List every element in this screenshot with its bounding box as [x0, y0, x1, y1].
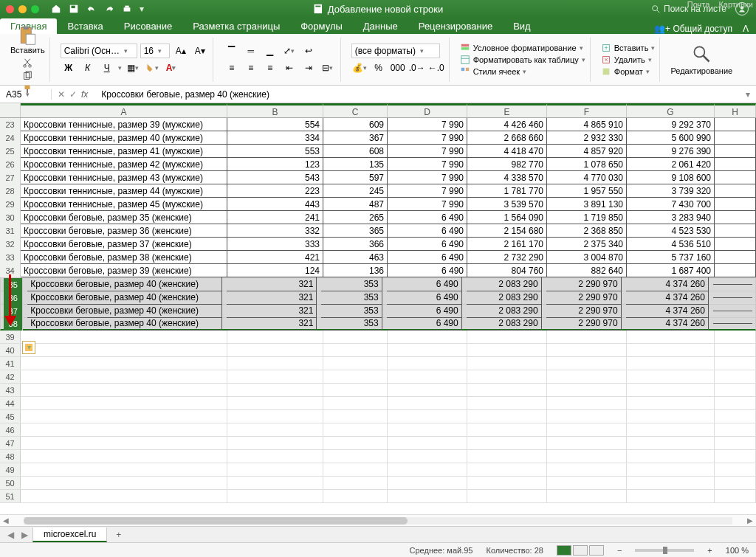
cell[interactable] [467, 463, 547, 476]
insert-options-smarttag[interactable]: ▾ [22, 341, 35, 354]
table-row[interactable]: 42 [0, 370, 756, 384]
cell[interactable] [227, 357, 323, 370]
shrink-font-icon[interactable]: A▾ [192, 44, 208, 58]
table-row[interactable]: 31Кроссовки беговые, размер 36 (женские)… [0, 224, 756, 238]
cell[interactable]: 3 539 570 [467, 198, 547, 211]
cell[interactable] [388, 344, 467, 356]
cell[interactable]: 2 061 420 [627, 158, 715, 171]
table-row[interactable]: 50 [0, 477, 756, 490]
cell[interactable]: 4 865 910 [547, 118, 627, 131]
ribbon-tab-5[interactable]: Данные [353, 18, 408, 34]
cell[interactable] [21, 357, 227, 370]
align-bottom-icon[interactable]: ▁ [262, 44, 278, 58]
cell[interactable]: 4 857 920 [547, 145, 627, 158]
cell[interactable]: 6 490 [387, 291, 462, 305]
cell[interactable] [715, 118, 756, 131]
table-row[interactable]: 40 [0, 344, 756, 357]
redo-icon[interactable] [104, 4, 114, 14]
cell[interactable] [715, 477, 756, 489]
row-header[interactable]: 28 [0, 184, 21, 198]
ribbon-collapse-icon[interactable]: ᐱ [743, 24, 749, 34]
cell[interactable]: 245 [323, 184, 388, 198]
table-row[interactable]: 26Кроссовки теннисные, размер 42 (мужски… [0, 158, 756, 171]
cell[interactable]: 265 [323, 211, 388, 224]
table-row[interactable]: 51 [0, 490, 756, 503]
cell[interactable] [627, 437, 715, 449]
page-break-view-icon[interactable] [589, 545, 604, 556]
cut-icon[interactable] [22, 58, 32, 68]
table-row[interactable]: 36Кроссовки беговые, размер 40 (женские)… [0, 291, 756, 304]
fx-icon[interactable]: fx [81, 89, 88, 100]
cell[interactable] [715, 410, 756, 423]
cell[interactable]: 1 564 090 [467, 211, 547, 224]
cell[interactable]: 597 [323, 171, 388, 184]
cell[interactable] [715, 437, 756, 449]
table-row[interactable]: 43 [0, 384, 756, 397]
grow-font-icon[interactable]: A▴ [173, 44, 189, 58]
table-row[interactable]: 27Кроссовки теннисные, размер 43 (мужски… [0, 171, 756, 184]
cell[interactable]: 7 990 [388, 184, 467, 198]
ribbon-tab-7[interactable]: Вид [503, 18, 541, 34]
cell[interactable] [627, 490, 715, 502]
cell[interactable] [467, 357, 547, 370]
table-row[interactable]: 34Кроссовки беговые, размер 39 (женские)… [0, 264, 756, 277]
cell[interactable]: 2 161 170 [467, 238, 547, 251]
cell[interactable]: 2 154 680 [467, 224, 547, 238]
cell[interactable]: Кроссовки беговые, размер 40 (женские) [27, 316, 221, 331]
cell[interactable]: Кроссовки беговые, размер 38 (женские) [21, 251, 227, 264]
cell[interactable]: 554 [227, 118, 323, 131]
cell[interactable]: Кроссовки теннисные, размер 43 (мужские) [21, 171, 227, 184]
cell[interactable]: Кроссовки беговые, размер 36 (женские) [21, 224, 227, 238]
cell[interactable]: 882 640 [547, 264, 627, 277]
ribbon-tab-3[interactable]: Разметка страницы [182, 18, 290, 34]
bold-button[interactable]: Ж [61, 60, 77, 75]
increase-indent-icon[interactable]: ⇥ [300, 60, 317, 75]
cell[interactable]: 3 283 940 [627, 211, 715, 224]
cell[interactable]: Кроссовки теннисные, размер 44 (мужские) [21, 184, 227, 198]
cell[interactable] [715, 238, 756, 251]
cell[interactable] [715, 145, 756, 158]
cell[interactable] [547, 357, 627, 370]
row-header[interactable]: 24 [0, 131, 21, 145]
cell[interactable] [715, 158, 756, 171]
cell[interactable]: 9 108 600 [627, 171, 715, 184]
cell[interactable] [323, 423, 388, 436]
currency-icon[interactable]: 💰▾ [351, 60, 368, 75]
table-row[interactable]: 47 [0, 437, 756, 450]
home-icon[interactable] [51, 4, 61, 14]
cell[interactable]: 135 [323, 158, 388, 171]
cell[interactable] [715, 370, 756, 383]
cell[interactable]: 4 523 530 [627, 224, 715, 238]
row-header[interactable]: 25 [0, 145, 21, 158]
top-link-mail[interactable]: Почта [687, 0, 710, 9]
sheet-nav-prev-icon[interactable]: ◀ [4, 530, 17, 540]
table-row[interactable]: 41 [0, 357, 756, 370]
cell[interactable]: 4 374 260 [626, 316, 709, 331]
cell[interactable] [227, 423, 323, 436]
cell[interactable] [627, 370, 715, 383]
cell[interactable]: 6 490 [387, 316, 462, 331]
ribbon-tab-4[interactable]: Формулы [290, 18, 353, 34]
cell[interactable]: 463 [323, 251, 388, 264]
add-sheet-button[interactable]: + [109, 528, 128, 542]
hscroll-thumb[interactable] [24, 517, 408, 525]
align-top-icon[interactable]: ▔ [224, 44, 240, 58]
cell[interactable]: 123 [227, 158, 323, 171]
cell[interactable] [627, 397, 715, 409]
cell[interactable] [547, 477, 627, 489]
decrease-indent-icon[interactable]: ⇤ [281, 60, 298, 75]
cell[interactable]: 2 732 290 [467, 251, 547, 264]
table-row[interactable]: 29Кроссовки теннисные, размер 45 (мужски… [0, 198, 756, 211]
cell[interactable]: 6 490 [388, 238, 467, 251]
cancel-formula-icon[interactable]: ✕ [58, 89, 65, 100]
cell[interactable]: 241 [227, 211, 323, 224]
cell[interactable]: 553 [227, 145, 323, 158]
row-header[interactable]: 49 [0, 463, 21, 476]
cell[interactable] [467, 423, 547, 436]
row-header[interactable]: 33 [0, 251, 21, 264]
cell[interactable] [627, 477, 715, 489]
row-header[interactable]: 42 [0, 370, 21, 383]
cell[interactable] [388, 410, 467, 423]
cell[interactable]: 3 891 130 [547, 198, 627, 211]
row-header[interactable]: 39 [0, 331, 21, 343]
